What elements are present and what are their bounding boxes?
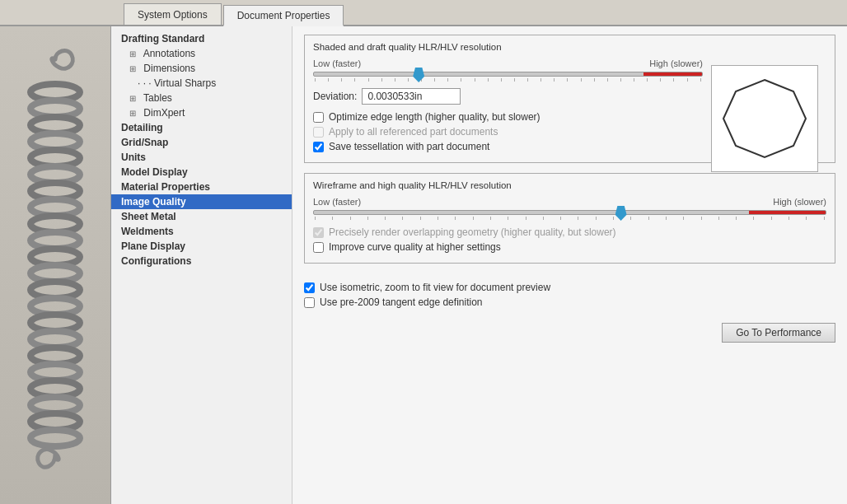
checkbox-save-tessellation-label: Save tessellation with part document bbox=[329, 141, 489, 152]
nav-panel: Drafting Standard ⊞ Annotations ⊞ Dimens… bbox=[111, 26, 292, 504]
main-container: Drafting Standard ⊞ Annotations ⊞ Dimens… bbox=[0, 26, 847, 504]
content-panel: Shaded and draft quality HLR/HLV resolut… bbox=[292, 26, 847, 504]
spring-panel bbox=[0, 26, 111, 504]
shaded-slider-track bbox=[313, 72, 703, 77]
checkbox-apply-all-row: Apply to all referenced part documents bbox=[313, 126, 703, 138]
checkbox-apply-all[interactable] bbox=[313, 127, 324, 138]
checkbox-optimize[interactable] bbox=[313, 112, 324, 123]
tab-document-properties[interactable]: Document Properties bbox=[223, 5, 344, 26]
checkbox-improve-curve-label: Improve curve quality at higher settings bbox=[329, 241, 501, 253]
nav-item-tables[interactable]: ⊞ Tables bbox=[111, 91, 292, 105]
tab-system-options[interactable]: System Options bbox=[124, 3, 222, 25]
nav-item-dimxpert[interactable]: ⊞ DimXpert bbox=[111, 105, 292, 120]
deviation-input[interactable] bbox=[362, 88, 461, 105]
button-row: Go To Performance bbox=[304, 323, 835, 343]
shaded-section: Shaded and draft quality HLR/HLV resolut… bbox=[304, 35, 835, 163]
nav-item-configurations[interactable]: Configurations bbox=[111, 254, 292, 268]
wireframe-slider-labels: Low (faster) High (slower) bbox=[313, 197, 826, 207]
shaded-high-label: High (slower) bbox=[387, 58, 703, 68]
checkbox-pre2009[interactable] bbox=[304, 297, 315, 308]
nav-item-detailing[interactable]: Detailing bbox=[111, 120, 292, 135]
nav-item-annotations[interactable]: ⊞ Annotations bbox=[111, 46, 292, 61]
nav-item-model-display[interactable]: Model Display bbox=[111, 165, 292, 180]
preview-polygon bbox=[719, 73, 810, 164]
checkbox-precisely[interactable] bbox=[313, 227, 324, 238]
checkbox-optimize-label: Optimize edge length (higher quality, bu… bbox=[329, 111, 540, 123]
nav-item-sheet-metal[interactable]: Sheet Metal bbox=[111, 209, 292, 224]
nav-item-image-quality[interactable]: Image Quality bbox=[111, 194, 292, 209]
nav-item-grid-snap[interactable]: Grid/Snap bbox=[111, 135, 292, 150]
checkbox-precisely-row: Precisely render overlapping geometry (h… bbox=[313, 226, 826, 238]
nav-item-weldments[interactable]: Weldments bbox=[111, 224, 292, 239]
checkbox-isometric-label: Use isometric, zoom to fit view for docu… bbox=[320, 282, 550, 293]
checkbox-save-tessellation[interactable] bbox=[313, 142, 324, 152]
checkbox-improve-curve[interactable] bbox=[313, 242, 324, 253]
checkbox-precisely-label: Precisely render overlapping geometry (h… bbox=[329, 226, 616, 238]
nav-item-drafting-standard[interactable]: Drafting Standard bbox=[111, 31, 292, 46]
nav-item-material-properties[interactable]: Material Properties bbox=[111, 180, 292, 194]
wireframe-high-label: High (slower) bbox=[387, 197, 826, 207]
go-to-performance-button[interactable]: Go To Performance bbox=[722, 323, 835, 343]
shaded-slider-ticks bbox=[313, 78, 703, 82]
shaded-low-label: Low (faster) bbox=[313, 58, 387, 68]
nav-item-dimensions[interactable]: ⊞ Dimensions bbox=[111, 61, 292, 76]
checkbox-apply-all-label: Apply to all referenced part documents bbox=[329, 126, 498, 138]
checkbox-improve-curve-row: Improve curve quality at higher settings bbox=[313, 241, 826, 253]
nav-item-units[interactable]: Units bbox=[111, 150, 292, 165]
checkbox-pre2009-row: Use pre-2009 tangent edge definition bbox=[304, 296, 835, 308]
wireframe-section-title: Wireframe and high quality HLR/HLV resol… bbox=[313, 180, 826, 190]
wireframe-slider-track bbox=[313, 210, 826, 215]
shaded-slider-labels: Low (faster) High (slower) bbox=[313, 58, 703, 68]
wireframe-low-label: Low (faster) bbox=[313, 197, 387, 207]
shaded-section-title: Shaded and draft quality HLR/HLV resolut… bbox=[313, 42, 826, 52]
svg-point-21 bbox=[30, 430, 80, 446]
checkbox-save-tessellation-row: Save tessellation with part document bbox=[313, 141, 703, 152]
deviation-label: Deviation: bbox=[313, 91, 357, 102]
nav-item-virtual-sharps[interactable]: · · · Virtual Sharps bbox=[111, 76, 292, 91]
checkbox-isometric-row: Use isometric, zoom to fit view for docu… bbox=[304, 282, 835, 293]
tab-bar: System Options Document Properties bbox=[0, 0, 847, 26]
checkbox-pre2009-label: Use pre-2009 tangent edge definition bbox=[320, 296, 482, 308]
wireframe-slider-ticks bbox=[313, 217, 826, 220]
checkbox-isometric[interactable] bbox=[304, 282, 315, 293]
shaded-slider-container bbox=[313, 72, 703, 82]
bottom-section: Use isometric, zoom to fit view for docu… bbox=[304, 273, 835, 316]
wireframe-slider-container bbox=[313, 210, 826, 220]
nav-item-plane-display[interactable]: Plane Display bbox=[111, 239, 292, 254]
preview-box bbox=[711, 65, 818, 172]
deviation-row: Deviation: bbox=[313, 88, 703, 105]
checkbox-optimize-row: Optimize edge length (higher quality, bu… bbox=[313, 111, 703, 123]
shaded-top-inner: Low (faster) High (slower) bbox=[313, 58, 826, 152]
wireframe-section: Wireframe and high quality HLR/HLV resol… bbox=[304, 173, 835, 264]
svg-marker-22 bbox=[723, 80, 806, 157]
